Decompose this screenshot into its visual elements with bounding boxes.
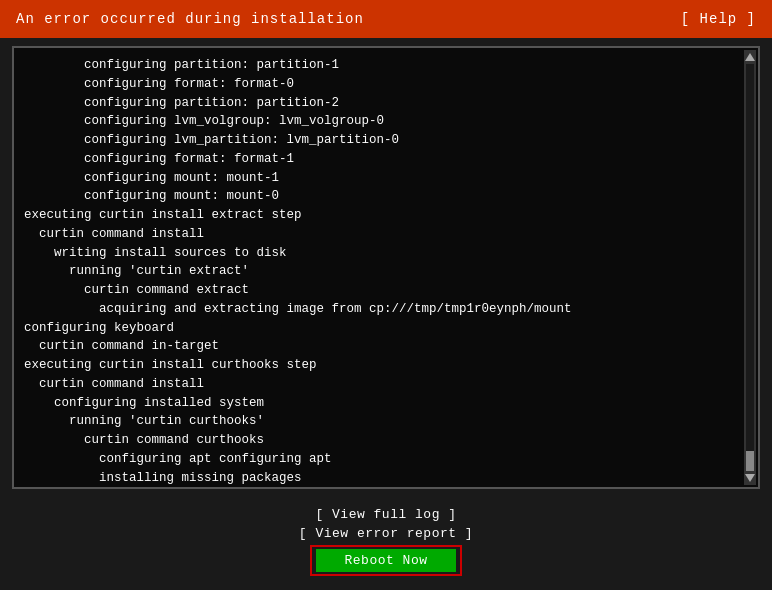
scrollbar-track[interactable] <box>746 64 754 471</box>
log-terminal: configuring partition: partition-1 confi… <box>12 46 760 489</box>
main-content: configuring partition: partition-1 confi… <box>0 38 772 497</box>
scrollbar-down-arrow[interactable] <box>745 474 755 482</box>
scrollbar-thumb[interactable] <box>746 451 754 471</box>
reboot-button-container: Reboot Now <box>310 545 461 576</box>
header-title: An error occurred during installation <box>16 11 364 27</box>
footer: [ View full log ] [ View error report ] … <box>0 497 772 590</box>
reboot-now-button[interactable]: Reboot Now <box>316 549 455 572</box>
log-text: configuring partition: partition-1 confi… <box>24 56 752 489</box>
scrollbar-up-arrow[interactable] <box>745 53 755 61</box>
help-button[interactable]: [ Help ] <box>681 11 756 27</box>
scrollbar[interactable] <box>744 50 756 485</box>
view-error-button[interactable]: [ View error report ] <box>299 526 473 541</box>
header-bar: An error occurred during installation [ … <box>0 0 772 38</box>
view-log-button[interactable]: [ View full log ] <box>315 507 456 522</box>
